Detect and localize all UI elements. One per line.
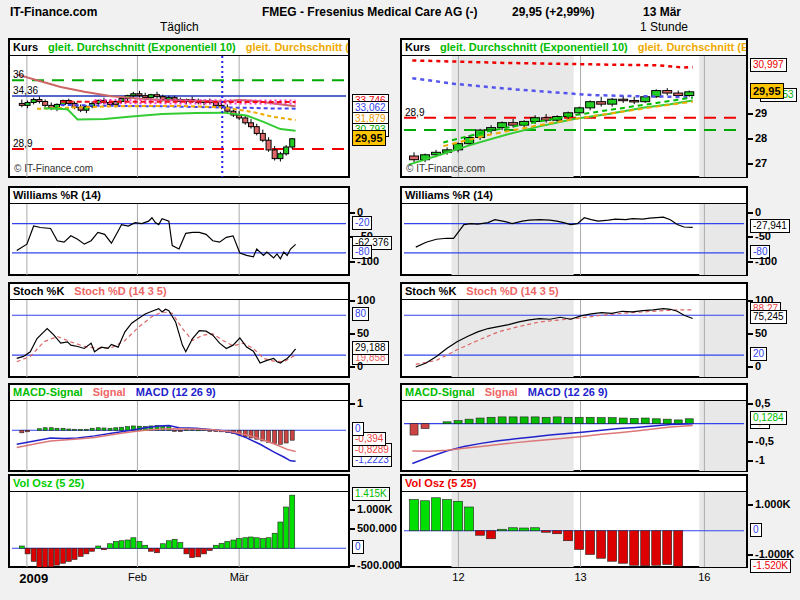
value-box: 30,997 bbox=[750, 58, 787, 72]
axis-tick-label: -1 bbox=[755, 454, 765, 466]
axis-tick-label: 27 bbox=[755, 157, 767, 169]
value-box: -80 bbox=[352, 245, 372, 259]
axis-tick-label: 0 bbox=[755, 360, 761, 372]
axis-tick-label: 100 bbox=[755, 294, 773, 306]
quote-date: 13 Mär bbox=[643, 5, 681, 19]
price-chart-hourly[interactable]: Kursgleit. Durchschnitt (Exponentiell 10… bbox=[400, 38, 748, 178]
watermark: © IT-Finance.com bbox=[14, 163, 93, 174]
axis-tick-label: 50 bbox=[357, 327, 369, 339]
williams-panel-hourly[interactable]: Williams %R (14) bbox=[400, 186, 748, 276]
legend-macd-daily: MACD-SignalSignalMACD (12 26 9) bbox=[10, 385, 348, 401]
value-box: -80 bbox=[750, 245, 770, 259]
axis-tick bbox=[350, 366, 355, 368]
legend-item: Williams %R (14) bbox=[405, 189, 493, 201]
chart-workspace: IT-Finance.com FMEG - Fresenius Medical … bbox=[0, 0, 800, 600]
legend-williams-hourly: Williams %R (14) bbox=[402, 188, 746, 204]
chart-canvas-rvol[interactable] bbox=[402, 492, 746, 567]
legend-price-daily: Kursgleit. Durchschnitt (Exponentiell 10… bbox=[10, 40, 348, 56]
value-box: 29,95 bbox=[352, 130, 386, 146]
value-box: 33,062 bbox=[352, 101, 389, 115]
legend-item: Stoch %K bbox=[13, 285, 64, 297]
timeframe-hourly-label[interactable]: 1 Stunde bbox=[640, 20, 688, 34]
axis-tick bbox=[350, 565, 355, 567]
watermark: © IT-Finance.com bbox=[406, 163, 485, 174]
chart-canvas-rwill[interactable] bbox=[402, 204, 746, 275]
value-box: 1.415K bbox=[352, 487, 390, 501]
legend-item: gleit. Durchschnitt (Exponentiell 10) bbox=[48, 41, 236, 53]
axis-tick bbox=[748, 113, 753, 115]
chart-canvas-lstoch[interactable] bbox=[10, 300, 348, 377]
legend-item: Stoch %D (14 3 5) bbox=[466, 285, 558, 297]
value-box: -1.520K bbox=[750, 559, 791, 573]
legend-macd-hourly: MACD-SignalSignalMACD (12 26 9) bbox=[402, 385, 746, 401]
chart-canvas-lprice[interactable]: 3634,3628,9© IT-Finance.com bbox=[10, 56, 348, 177]
legend-item: Stoch %D (14 3 5) bbox=[74, 285, 166, 297]
legend-stochastic-hourly: Stoch %KStoch %D (14 3 5) bbox=[402, 284, 746, 300]
legend-price-hourly: Kursgleit. Durchschnitt (Exponentiell 10… bbox=[402, 40, 746, 56]
volume-osc-panel-daily[interactable]: Vol Osz (5 25) bbox=[8, 474, 350, 568]
axis-tick-label: 0 bbox=[357, 360, 363, 372]
app-logo[interactable]: IT-Finance.com bbox=[10, 5, 97, 19]
axis-tick bbox=[350, 509, 355, 511]
axis-tick bbox=[350, 300, 355, 302]
value-box: 20 bbox=[750, 347, 767, 361]
legend-item: Vol Osz (5 25) bbox=[405, 477, 476, 489]
chart-canvas-rmacd[interactable] bbox=[402, 401, 746, 471]
axis-tick bbox=[748, 261, 753, 263]
legend-vol-daily: Vol Osz (5 25) bbox=[10, 476, 348, 492]
level-label: 28,9 bbox=[405, 107, 425, 118]
chart-canvas-lwill[interactable] bbox=[10, 204, 348, 275]
value-box: -0,394 bbox=[352, 432, 386, 446]
axis-tick-label: 28 bbox=[755, 132, 767, 144]
instrument-title: FMEG - Fresenius Medical Care AG (-) bbox=[262, 5, 478, 19]
x-axis-label: 2009 bbox=[19, 571, 48, 586]
williams-panel-daily[interactable]: Williams %R (14) bbox=[8, 186, 350, 276]
value-box: 29,95 bbox=[750, 83, 784, 99]
timeframe-daily-label[interactable]: Täglich bbox=[160, 20, 199, 34]
chart-canvas-rprice[interactable]: 28,9© IT-Finance.com bbox=[402, 56, 746, 177]
axis-tick bbox=[748, 460, 753, 462]
value-box: -1,2223 bbox=[352, 453, 392, 467]
x-axis-label: Feb bbox=[128, 571, 147, 583]
legend-item: MACD-Signal bbox=[405, 386, 475, 398]
chart-canvas-rstoch[interactable] bbox=[402, 300, 746, 377]
axis-tick-label: 500.000 bbox=[357, 522, 397, 534]
legend-item: Williams %R (14) bbox=[13, 189, 101, 201]
value-box: 29,188 bbox=[352, 341, 389, 355]
value-box: 80 bbox=[352, 307, 369, 321]
axis-tick bbox=[350, 528, 355, 530]
axis-tick-label: 100 bbox=[357, 294, 375, 306]
macd-panel-daily[interactable]: MACD-SignalSignalMACD (12 26 9) bbox=[8, 383, 350, 472]
stochastic-panel-daily[interactable]: Stoch %KStoch %D (14 3 5) bbox=[8, 282, 350, 378]
stochastic-panel-hourly[interactable]: Stoch %KStoch %D (14 3 5) bbox=[400, 282, 748, 378]
value-box: -62,376 bbox=[352, 236, 392, 250]
axis-tick bbox=[748, 554, 753, 556]
axis-tick-label: -100 bbox=[357, 255, 379, 267]
axis-tick bbox=[748, 333, 753, 335]
axis-tick bbox=[748, 504, 753, 506]
price-chart-daily[interactable]: Kursgleit. Durchschnitt (Exponentiell 10… bbox=[8, 38, 350, 178]
value-box: 0 bbox=[352, 540, 364, 554]
legend-item: Kurs bbox=[405, 41, 430, 53]
value-box: -27,941 bbox=[750, 219, 790, 233]
axis-tick-label: 50 bbox=[755, 327, 767, 339]
axis-tick-label: 0,5 bbox=[755, 397, 770, 409]
chart-canvas-lvol[interactable] bbox=[10, 492, 348, 567]
axis-tick bbox=[748, 441, 753, 443]
axis-tick bbox=[748, 300, 753, 302]
chart-canvas-lmacd[interactable] bbox=[10, 401, 348, 471]
volume-osc-panel-hourly[interactable]: Vol Osz (5 25) bbox=[400, 474, 748, 568]
axis-tick-label: 0 bbox=[357, 206, 363, 218]
axis-tick-label: 1.000K bbox=[357, 503, 392, 515]
legend-item: Signal bbox=[93, 386, 126, 398]
macd-panel-hourly[interactable]: MACD-SignalSignalMACD (12 26 9) bbox=[400, 383, 748, 472]
level-label: 28,9 bbox=[13, 138, 33, 149]
axis-tick-label: -100 bbox=[755, 255, 777, 267]
legend-stochastic-daily: Stoch %KStoch %D (14 3 5) bbox=[10, 284, 348, 300]
legend-vol-hourly: Vol Osz (5 25) bbox=[402, 476, 746, 492]
axis-tick bbox=[748, 163, 753, 165]
legend-item: Kurs bbox=[13, 41, 38, 53]
x-axis-label: 12 bbox=[452, 571, 464, 583]
value-box: 33,746 bbox=[352, 94, 389, 108]
axis-tick-label: -0,5 bbox=[755, 435, 774, 447]
